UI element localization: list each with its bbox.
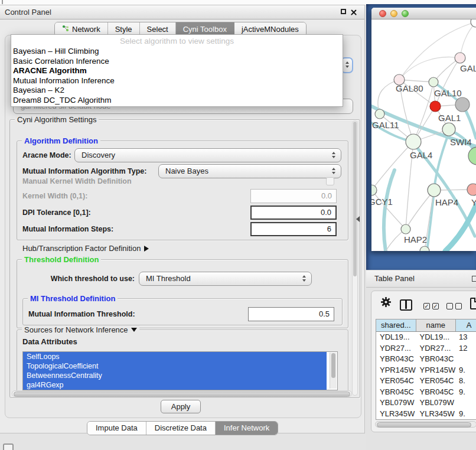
- which-threshold-value: MI Threshold: [146, 274, 191, 283]
- float-window-icon[interactable]: [341, 9, 346, 14]
- settings-horizontal-scrollbar[interactable]: [12, 390, 352, 397]
- table-cell: 9.: [456, 419, 476, 420]
- combo-arrows-icon: [302, 275, 306, 282]
- algorithm-option-aracne-algorithm[interactable]: ARACNE Algorithm: [11, 66, 343, 76]
- table-row[interactable]: YLR345WYLR345W9.: [376, 409, 476, 420]
- table-cell: [456, 397, 476, 409]
- table-cell: 9.: [456, 387, 476, 398]
- settings-vertical-scrollbar[interactable]: [352, 120, 358, 396]
- columns-icon[interactable]: [400, 299, 412, 311]
- mi-type-combobox[interactable]: Naive Bayes: [158, 164, 341, 178]
- attribute-item-betweennesscentrality[interactable]: BetweennessCentrality: [23, 371, 327, 380]
- close-icon[interactable]: [350, 9, 357, 16]
- attribute-item-topologicalcoefficient[interactable]: TopologicalCoefficient: [23, 361, 327, 371]
- tab-infer-network[interactable]: Infer Network: [216, 422, 278, 435]
- table-float-icon[interactable]: [472, 276, 476, 282]
- mi-threshold-field[interactable]: 0.5: [248, 307, 334, 321]
- algorithm-option-bayesian-k2[interactable]: Bayesian – K2: [11, 86, 343, 96]
- network-node[interactable]: [471, 19, 476, 27]
- mi-steps-label: Mutual Information Steps:: [22, 222, 113, 236]
- collapsed-panel-icon[interactable]: [3, 444, 14, 450]
- app-root: Control Panel NetworkStyleSelectCyni Too…: [0, 0, 476, 450]
- network-graph[interactable]: GALGAL80GAL10GAL11GAL1GAL4SWI4GCY1HAP4YH…: [371, 19, 476, 251]
- close-traffic-light-icon[interactable]: [379, 10, 386, 17]
- table-cell: YPR145W: [416, 365, 457, 376]
- sources-group-title[interactable]: Sources for Network Inference: [22, 325, 139, 334]
- column-header-shared-[interactable]: shared...: [376, 319, 416, 331]
- manual-kernel-checkbox[interactable]: [326, 177, 334, 185]
- aracne-mode-value: Discovery: [81, 151, 115, 159]
- table-cell: YDL19...: [416, 332, 457, 343]
- network-node-swi4[interactable]: [468, 147, 476, 165]
- network-node-gal1[interactable]: [442, 123, 455, 136]
- checked-checkbox-icon[interactable]: ✓: [432, 303, 439, 309]
- algorithm-option-basic-correlation-inference[interactable]: Basic Correlation Inference: [11, 57, 343, 67]
- algorithm-option-dream8-dc-tdc-algorithm[interactable]: Dream8 DC_TDC Algorithm: [11, 96, 343, 106]
- network-node-hap4[interactable]: [428, 184, 441, 197]
- network-node-y[interactable]: [467, 184, 476, 195]
- algorithm-option-mutual-information-inference[interactable]: Mutual Information Inference: [11, 76, 343, 86]
- table-cell: YLR345W: [376, 409, 416, 420]
- table-row[interactable]: YDL19...YDL19...13: [376, 332, 476, 343]
- which-threshold-combobox[interactable]: MI Threshold: [139, 272, 312, 286]
- scrollbar-thumb[interactable]: [331, 353, 335, 378]
- scrollbar-thumb[interactable]: [353, 122, 357, 276]
- node-label-hap4: HAP4: [435, 197, 458, 207]
- unchecked-checkbox-icon[interactable]: [455, 303, 462, 309]
- pane-splitter-arrow-icon[interactable]: [356, 216, 360, 222]
- network-node-hap2[interactable]: [401, 224, 410, 234]
- table-cell: 9.: [456, 365, 476, 376]
- aracne-mode-combobox[interactable]: Discovery: [74, 148, 341, 162]
- algorithm-option-bayesian-hill-climbing[interactable]: Bayesian – Hill Climbing: [11, 47, 343, 57]
- network-node-gal11[interactable]: [375, 109, 384, 119]
- table-row[interactable]: YDR27...YDR27...12: [376, 343, 476, 354]
- table-cell: YER054C: [376, 376, 416, 387]
- attribute-item-gal4rgexp[interactable]: gal4RGexp: [23, 380, 327, 390]
- column-header-name[interactable]: name: [416, 319, 457, 331]
- table-row[interactable]: YPR145WYPR145W9.: [376, 365, 476, 376]
- column-header-a[interactable]: A: [456, 319, 476, 331]
- network-node-gal4[interactable]: [406, 134, 421, 149]
- attribute-item-selfloops[interactable]: SelfLoops: [23, 352, 327, 361]
- network-node[interactable]: [430, 101, 441, 112]
- network-node-gcy1[interactable]: [371, 185, 377, 195]
- list-vertical-scrollbar[interactable]: [330, 353, 337, 389]
- tab-impute-data[interactable]: Impute Data: [87, 422, 146, 435]
- network-desktop-area: GALGAL80GAL10GAL11GAL1GAL4SWI4GCY1HAP4YH…: [366, 4, 476, 270]
- kernel-width-field[interactable]: 0.0: [250, 189, 337, 203]
- table-horizontal-scrollbar[interactable]: [375, 421, 476, 428]
- hub-definition-toggle[interactable]: Hub/Transcription Factor Definition: [22, 242, 149, 256]
- file-icon[interactable]: [470, 298, 476, 309]
- zoom-traffic-light-icon[interactable]: [402, 10, 409, 17]
- cyni-settings-title: Cyni Algorithm Settings: [15, 115, 99, 124]
- collapsed-arrow-icon: [144, 246, 149, 252]
- apply-button[interactable]: Apply: [161, 400, 201, 413]
- control-panel-titlebar: Control Panel: [0, 5, 364, 19]
- dpi-tolerance-field[interactable]: 0.0: [250, 206, 337, 220]
- tab-discretize-data[interactable]: Discretize Data: [146, 422, 216, 435]
- table-cell: YBL079W: [416, 397, 457, 409]
- table-row[interactable]: YBL079WYBL079W: [376, 397, 476, 409]
- mi-threshold-label: Mutual Information Threshold:: [28, 307, 135, 321]
- mi-steps-field[interactable]: 6: [250, 222, 337, 236]
- minimize-traffic-light-icon[interactable]: [390, 10, 397, 17]
- checked-checkbox-icon[interactable]: ✓: [423, 303, 430, 309]
- table-row[interactable]: YER054CYER054C8.: [376, 376, 476, 387]
- table-row[interactable]: YBR045CYBR045C9.: [376, 387, 476, 398]
- table-cell: YBR043C: [376, 354, 416, 365]
- network-node-gal10[interactable]: [429, 77, 438, 87]
- manual-kernel-label: Manual Kernel Width Definition: [22, 174, 132, 188]
- unchecked-checkbox-icon[interactable]: [446, 303, 453, 309]
- node-table[interactable]: shared...nameA YDL19...YDL19...13YDR27..…: [376, 319, 476, 420]
- network-window[interactable]: GALGAL80GAL10GAL11GAL1GAL4SWI4GCY1HAP4YH…: [371, 8, 476, 251]
- data-attributes-list[interactable]: SelfLoopsTopologicalCoefficientBetweenne…: [22, 351, 338, 390]
- gear-icon[interactable]: [380, 296, 392, 308]
- scrollbar-thumb[interactable]: [377, 422, 471, 428]
- table-row[interactable]: YIL052CYIL052C9.: [376, 419, 476, 420]
- network-window-titlebar[interactable]: [371, 8, 476, 19]
- network-node-gal[interactable]: [455, 53, 465, 63]
- table-row[interactable]: YBR043CYBR043C: [376, 354, 476, 365]
- table-cell: YPR145W: [376, 365, 416, 376]
- scrollbar-thumb[interactable]: [14, 392, 350, 397]
- network-node[interactable]: [455, 97, 470, 112]
